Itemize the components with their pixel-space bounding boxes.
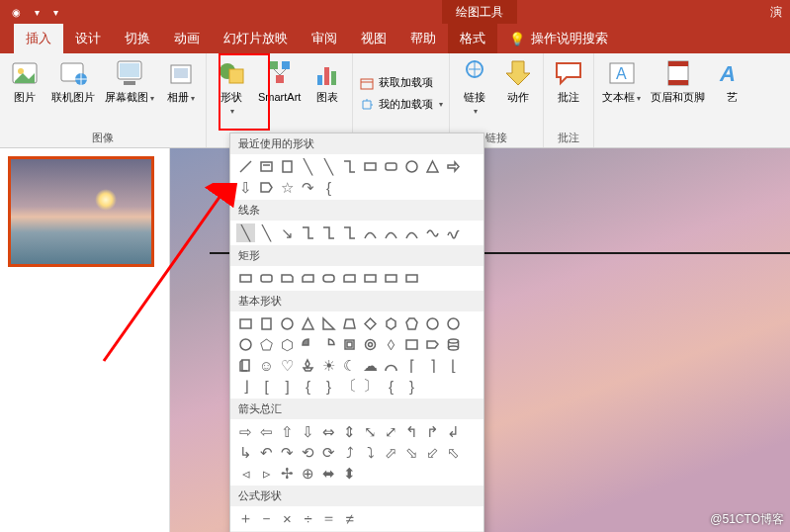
screenshot-button[interactable]: 屏幕截图▾ [101,55,158,107]
shape-star[interactable]: ☆ [278,178,297,197]
shape-ar26[interactable]: ⊕ [299,464,317,483]
shape-rect7[interactable] [361,269,380,288]
header-footer-button[interactable]: 页眉和页脚 [647,55,709,106]
tab-insert[interactable]: 插入 [14,24,63,53]
link-button[interactable]: 链接▾ [454,55,495,120]
shape-b12[interactable] [236,335,255,354]
shape-ar24[interactable]: ▹ [257,464,276,483]
shape-eq-mult[interactable]: × [278,509,297,528]
shape-rect2[interactable] [257,269,276,288]
shape-triangle[interactable] [423,157,442,176]
shape-ar3[interactable]: ⇧ [278,422,297,441]
shape-b16[interactable] [319,335,338,354]
shape-ar1[interactable]: ⇨ [236,422,255,441]
shape-b26[interactable] [299,356,317,375]
shape-textbox-v[interactable] [278,157,297,176]
shape-line-a[interactable]: ╲ [236,223,255,242]
shape-ar18[interactable]: ⤵ [361,443,380,462]
shape-ar10[interactable]: ↱ [423,422,442,441]
shape-b21[interactable] [423,335,442,354]
shape-scribble[interactable] [444,223,463,242]
shape-ar22[interactable]: ⬁ [444,443,463,462]
shape-ar19[interactable]: ⬀ [382,443,400,462]
shape-curve1[interactable] [361,223,380,242]
shape-eq-eq[interactable]: ＝ [319,509,338,528]
shape-ar5[interactable]: ⇔ [319,422,338,441]
shape-curve3[interactable] [402,223,421,242]
shape-b3[interactable] [278,314,297,333]
shape-ar7[interactable]: ⤡ [361,422,380,441]
shape-ar9[interactable]: ↰ [402,422,421,441]
shape-b17[interactable] [340,335,359,354]
shape-ar2[interactable]: ⇦ [257,422,276,441]
shape-rect8[interactable] [382,269,400,288]
shape-ar23[interactable]: ◃ [236,464,255,483]
my-addins-button[interactable]: 我的加载项▾ [357,96,445,114]
tab-view[interactable]: 视图 [349,24,398,53]
shape-rect4[interactable] [299,269,317,288]
shape-eq-plus[interactable]: ＋ [236,509,255,528]
shape-line-arrow[interactable]: ↘ [278,223,297,242]
tab-transition[interactable]: 切换 [113,24,162,53]
shape-ar15[interactable]: ⟲ [299,443,317,462]
shape-eq-neq[interactable]: ≠ [340,509,359,528]
shape-b38[interactable]: } [319,377,338,396]
shape-roundrect[interactable] [382,157,400,176]
qat-dropdown-icon[interactable]: ▾ [35,7,40,18]
qat-more-icon[interactable]: ▾ [53,7,58,18]
shape-line-b[interactable]: ╲ [257,223,276,242]
shape-b23[interactable] [236,356,255,375]
shape-connector[interactable] [340,157,359,176]
shape-textbox[interactable] [257,157,276,176]
shape-arrow-curved[interactable]: ↷ [299,178,317,197]
shape-arrow-r[interactable] [444,157,463,176]
album-button[interactable]: 相册▾ [160,55,202,107]
shape-ar25[interactable]: ✢ [278,464,297,483]
tab-animation[interactable]: 动画 [162,24,212,53]
shape-ar8[interactable]: ⤢ [382,422,400,441]
slide-thumbnail-1[interactable] [8,156,154,267]
shape-ar13[interactable]: ↶ [257,443,276,462]
shape-b39[interactable]: 〔 [340,377,359,396]
shape-b10[interactable] [423,314,442,333]
shape-b34[interactable]: ⌋ [236,377,255,396]
shape-b6[interactable] [340,314,359,333]
smartart-button[interactable]: SmartArt [254,55,305,106]
shape-line[interactable] [236,157,255,176]
shape-b8[interactable] [382,314,400,333]
shape-ar21[interactable]: ⬃ [423,443,442,462]
shape-b11[interactable] [444,314,463,333]
shape-b18[interactable] [361,335,380,354]
wordart-button[interactable]: A 艺 [711,55,752,106]
autosave-icon[interactable]: ◉ [12,7,21,18]
shape-b28[interactable]: ☾ [340,356,359,375]
shape-b42[interactable]: } [402,377,421,396]
shape-rect3[interactable] [278,269,297,288]
shape-ar11[interactable]: ↲ [444,422,463,441]
tab-design[interactable]: 设计 [63,24,113,53]
online-pictures-button[interactable]: 联机图片 [47,55,99,106]
shape-ar12[interactable]: ↳ [236,443,255,462]
shape-b4[interactable] [299,314,317,333]
shape-b22[interactable] [444,335,463,354]
shape-ar28[interactable]: ⬍ [340,464,359,483]
shape-b30[interactable] [382,356,400,375]
shape-ar27[interactable]: ⬌ [319,464,338,483]
textbox-button[interactable]: A 文本框▾ [598,55,645,107]
shape-arrow-d[interactable]: ⇩ [236,178,255,197]
tab-slideshow[interactable]: 幻灯片放映 [212,24,300,53]
shape-b27[interactable]: ☀ [319,356,338,375]
shape-b15[interactable] [299,335,317,354]
shape-b41[interactable]: { [382,377,400,396]
shape-b19[interactable]: ◊ [382,335,400,354]
shape-ar16[interactable]: ⟳ [319,443,338,462]
shape-pentagon[interactable] [257,178,276,197]
shape-b29[interactable]: ☁ [361,356,380,375]
shape-elbow[interactable] [299,223,317,242]
shape-b31[interactable]: ⌈ [402,356,421,375]
tell-me-search[interactable]: 💡 操作说明搜索 [497,24,620,53]
shape-eq-minus[interactable]: － [257,509,276,528]
shape-b40[interactable]: 〕 [361,377,380,396]
shape-b24[interactable]: ☺ [257,356,276,375]
shape-b37[interactable]: { [299,377,317,396]
